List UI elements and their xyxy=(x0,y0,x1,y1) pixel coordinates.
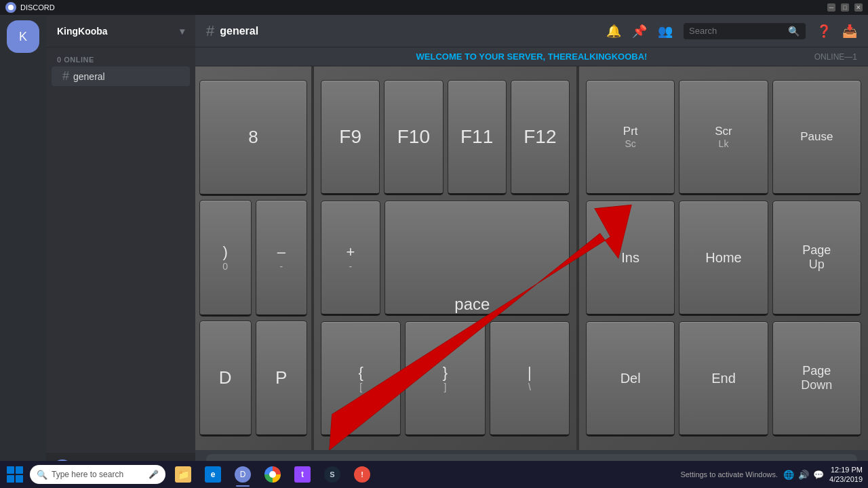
server-dropdown-icon: ▾ xyxy=(180,26,184,37)
key-bot-symbol: 0 xyxy=(222,261,228,272)
bracket-bot: [ xyxy=(359,382,362,392)
online-label: ONLINE—1 xyxy=(814,52,857,62)
hash-icon: # xyxy=(62,69,69,83)
key-0-partial: ) 0 xyxy=(199,200,252,316)
key-f8-partial: 8 xyxy=(199,80,307,196)
svg-point-0 xyxy=(8,5,14,10)
app-title: DISCORD xyxy=(20,3,55,12)
key-pgdn: Page Down xyxy=(772,321,861,436)
prt-row: Prt Sc Scr Lk Pause xyxy=(586,80,861,195)
key-top-symbol: ) xyxy=(223,243,228,261)
question-icon[interactable]: ❓ xyxy=(816,24,831,39)
prt-line2: Sc xyxy=(625,138,635,149)
key-end: End xyxy=(679,321,768,436)
key-scr-lk: Scr Lk xyxy=(679,80,768,195)
messages-area: 8 ) 0 – - xyxy=(195,66,868,450)
pipe-top: | xyxy=(528,364,532,382)
key-top-symbol2: – xyxy=(277,243,285,261)
taskbar-search[interactable]: 🔍 Type here to search 🎤 xyxy=(30,465,165,484)
taskbar-clock: 12:19 PM 4/23/2019 xyxy=(829,465,863,485)
kb-center-section: F9 F10 F11 F12 + - pace xyxy=(314,66,576,450)
taskbar-steam[interactable]: S xyxy=(317,461,347,488)
key-bot-symbol2: - xyxy=(279,261,283,272)
left-bot-row: D P xyxy=(199,321,307,436)
taskbar-twitch[interactable]: t xyxy=(288,461,317,488)
key-pipe: | \ xyxy=(490,321,570,436)
key-d-partial: D xyxy=(199,321,252,436)
fn-row: F9 F10 F11 F12 xyxy=(321,80,570,195)
taskbar-right: Settings to activate Windows. 🌐 🔊 💬 12:1… xyxy=(680,465,868,485)
channel-name: general xyxy=(73,71,105,82)
key-f12: F12 xyxy=(511,80,570,195)
key-f10: F10 xyxy=(384,80,443,195)
left-top-row: 8 xyxy=(199,80,307,196)
title-bar-left: DISCORD xyxy=(5,2,55,13)
alpha-row: + - pace xyxy=(321,201,570,316)
title-bar: DISCORD ─ □ ✕ xyxy=(0,0,868,15)
taskbar-time: 12:19 PM xyxy=(829,465,863,474)
taskbar-chrome[interactable] xyxy=(258,461,288,488)
close-button[interactable]: ✕ xyxy=(854,3,863,12)
pgdn-line2: Down xyxy=(801,378,832,392)
taskbar-search-text: Type here to search xyxy=(52,470,123,479)
activate-windows-text: Settings to activate Windows. xyxy=(680,470,778,479)
pgup-line2: Up xyxy=(809,258,825,272)
members-icon[interactable]: 👥 xyxy=(658,24,673,39)
server-list: K xyxy=(0,15,46,488)
key-home: Home xyxy=(679,201,768,316)
scr-line1: Scr xyxy=(715,125,732,138)
key-ins: Ins xyxy=(586,201,675,316)
server-icon-kingkooba[interactable]: K xyxy=(7,20,39,53)
server-name: KingKooba xyxy=(57,26,108,37)
bell-icon[interactable]: 🔔 xyxy=(606,24,621,39)
key-space-partial: pace xyxy=(384,201,570,316)
taskbar-search-icon: 🔍 xyxy=(37,470,47,480)
inbox-icon[interactable]: 📥 xyxy=(842,24,857,39)
server-header[interactable]: KingKooba ▾ xyxy=(46,15,195,47)
kb-left-section: 8 ) 0 – - xyxy=(195,66,314,450)
channel-hash-icon: # xyxy=(206,22,214,40)
key-pause: Pause xyxy=(772,80,861,195)
bracket-top: { xyxy=(358,364,363,382)
key-f11: F11 xyxy=(448,80,507,195)
key-plus: + - xyxy=(321,201,380,316)
kb-right-section: Prt Sc Scr Lk Pause Ins Ho xyxy=(576,66,868,450)
prt-line1: Prt xyxy=(623,125,638,138)
key-minus-partial: – - xyxy=(256,200,308,316)
pgdn-line1: Page xyxy=(802,364,831,378)
taskbar-mic-icon: 🎤 xyxy=(149,470,159,479)
left-mid-row: ) 0 – - xyxy=(199,200,307,316)
taskbar-extra[interactable]: ! xyxy=(347,461,377,488)
channel-header: # general 🔔 📌 👥 🔍 ❓ 📥 xyxy=(195,15,868,47)
network-icon[interactable]: 🌐 xyxy=(783,470,794,480)
system-bar: WELCOME TO YOUR SERVER, THEREALKINGKOOBA… xyxy=(195,47,868,66)
del-row: Del End Page Down xyxy=(586,321,861,436)
taskbar-apps: 📁 e D t S ! xyxy=(168,461,377,488)
start-button[interactable] xyxy=(0,461,30,488)
discord-logo-icon xyxy=(5,2,16,13)
channel-item-general[interactable]: # general xyxy=(52,66,190,86)
taskbar-discord[interactable]: D xyxy=(228,461,258,488)
key-del: Del xyxy=(586,321,675,436)
notification-icon[interactable]: 💬 xyxy=(813,470,824,480)
search-box[interactable]: 🔍 xyxy=(684,23,806,39)
taskbar: 🔍 Type here to search 🎤 📁 e D t S ! xyxy=(0,461,868,488)
minimize-button[interactable]: ─ xyxy=(827,3,835,12)
volume-icon[interactable]: 🔊 xyxy=(798,470,809,480)
maximize-button[interactable]: □ xyxy=(841,3,849,12)
ins-row: Ins Home Page Up xyxy=(586,201,861,316)
brace-bot: ] xyxy=(444,382,447,392)
taskbar-system-icons: 🌐 🔊 💬 xyxy=(783,470,824,480)
channel-header-name: general xyxy=(220,25,258,37)
pin-icon[interactable]: 📌 xyxy=(632,24,647,39)
key-p-partial: P xyxy=(256,321,308,436)
app-container: K KingKooba ▾ 0 ONLINE # general T xyxy=(0,15,868,488)
taskbar-file-explorer[interactable]: 📁 xyxy=(168,461,198,488)
key-bracket-close: } ] xyxy=(405,321,485,436)
key-plus-bot: - xyxy=(349,261,353,272)
search-input[interactable] xyxy=(689,26,784,36)
scr-line2: Lk xyxy=(719,138,729,149)
taskbar-date: 4/23/2019 xyxy=(829,474,863,484)
taskbar-edge[interactable]: e xyxy=(198,461,228,488)
pipe-bot: \ xyxy=(528,382,531,392)
